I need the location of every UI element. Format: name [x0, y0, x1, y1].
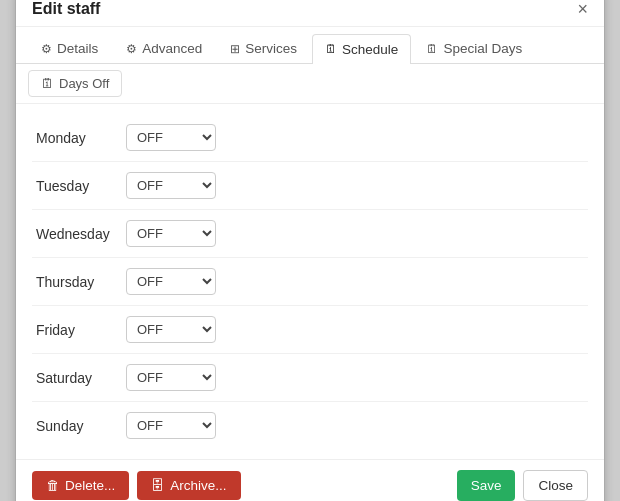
sub-tab-label-days-off: Days Off	[59, 76, 109, 91]
day-row-tuesday: TuesdayOFF09:00 - 17:0010:00 - 18:00Cust…	[32, 162, 588, 210]
tab-icon-special-days: 🗓	[426, 42, 438, 56]
delete-icon: 🗑	[46, 478, 60, 493]
tab-label-special-days: Special Days	[443, 41, 522, 56]
day-label-sunday: Sunday	[36, 418, 126, 434]
tab-special-days[interactable]: 🗓Special Days	[413, 33, 535, 63]
tab-icon-schedule: 🗓	[325, 42, 337, 56]
sub-tab-icon-days-off: 🗓	[41, 76, 54, 91]
day-label-saturday: Saturday	[36, 370, 126, 386]
day-row-monday: MondayOFF09:00 - 17:0010:00 - 18:00Custo…	[32, 114, 588, 162]
close-button[interactable]: Close	[523, 470, 588, 501]
day-select-friday[interactable]: OFF09:00 - 17:0010:00 - 18:00Custom	[126, 316, 216, 343]
tab-icon-services: ⊞	[230, 42, 240, 56]
tabs-row: ⚙Details⚙Advanced⊞Services🗓Schedule🗓Spec…	[16, 27, 604, 64]
day-select-monday[interactable]: OFF09:00 - 17:0010:00 - 18:00Custom	[126, 124, 216, 151]
footer-left: 🗑 Delete... 🗄 Archive...	[32, 471, 241, 500]
tab-label-schedule: Schedule	[342, 42, 398, 57]
sub-tabs-row: 🗓Days Off	[16, 64, 604, 104]
tab-label-advanced: Advanced	[142, 41, 202, 56]
archive-button[interactable]: 🗄 Archive...	[137, 471, 240, 500]
tab-services[interactable]: ⊞Services	[217, 33, 310, 63]
day-select-tuesday[interactable]: OFF09:00 - 17:0010:00 - 18:00Custom	[126, 172, 216, 199]
tab-details[interactable]: ⚙Details	[28, 33, 111, 63]
delete-label: Delete...	[65, 478, 115, 493]
day-row-friday: FridayOFF09:00 - 17:0010:00 - 18:00Custo…	[32, 306, 588, 354]
footer-right: Save Close	[457, 470, 588, 501]
day-label-monday: Monday	[36, 130, 126, 146]
close-x-button[interactable]: ×	[577, 0, 588, 18]
delete-button[interactable]: 🗑 Delete...	[32, 471, 129, 500]
day-select-wednesday[interactable]: OFF09:00 - 17:0010:00 - 18:00Custom	[126, 220, 216, 247]
day-row-thursday: ThursdayOFF09:00 - 17:0010:00 - 18:00Cus…	[32, 258, 588, 306]
modal-title: Edit staff	[32, 0, 100, 18]
sub-tab-days-off[interactable]: 🗓Days Off	[28, 70, 122, 97]
day-row-sunday: SundayOFF09:00 - 17:0010:00 - 18:00Custo…	[32, 402, 588, 449]
modal-footer: 🗑 Delete... 🗄 Archive... Save Close	[16, 459, 604, 501]
archive-icon: 🗄	[151, 478, 165, 493]
edit-staff-modal: Edit staff × ⚙Details⚙Advanced⊞Services🗓…	[15, 0, 605, 501]
day-select-thursday[interactable]: OFF09:00 - 17:0010:00 - 18:00Custom	[126, 268, 216, 295]
tab-icon-details: ⚙	[41, 42, 52, 56]
day-label-thursday: Thursday	[36, 274, 126, 290]
day-label-wednesday: Wednesday	[36, 226, 126, 242]
tab-icon-advanced: ⚙	[126, 42, 137, 56]
tab-label-services: Services	[245, 41, 297, 56]
tab-label-details: Details	[57, 41, 98, 56]
tab-advanced[interactable]: ⚙Advanced	[113, 33, 215, 63]
tab-schedule[interactable]: 🗓Schedule	[312, 34, 411, 64]
day-label-friday: Friday	[36, 322, 126, 338]
archive-label: Archive...	[170, 478, 226, 493]
modal-header: Edit staff ×	[16, 0, 604, 27]
schedule-body: MondayOFF09:00 - 17:0010:00 - 18:00Custo…	[16, 104, 604, 459]
day-select-sunday[interactable]: OFF09:00 - 17:0010:00 - 18:00Custom	[126, 412, 216, 439]
day-row-saturday: SaturdayOFF09:00 - 17:0010:00 - 18:00Cus…	[32, 354, 588, 402]
day-row-wednesday: WednesdayOFF09:00 - 17:0010:00 - 18:00Cu…	[32, 210, 588, 258]
save-button[interactable]: Save	[457, 470, 516, 501]
day-select-saturday[interactable]: OFF09:00 - 17:0010:00 - 18:00Custom	[126, 364, 216, 391]
day-label-tuesday: Tuesday	[36, 178, 126, 194]
